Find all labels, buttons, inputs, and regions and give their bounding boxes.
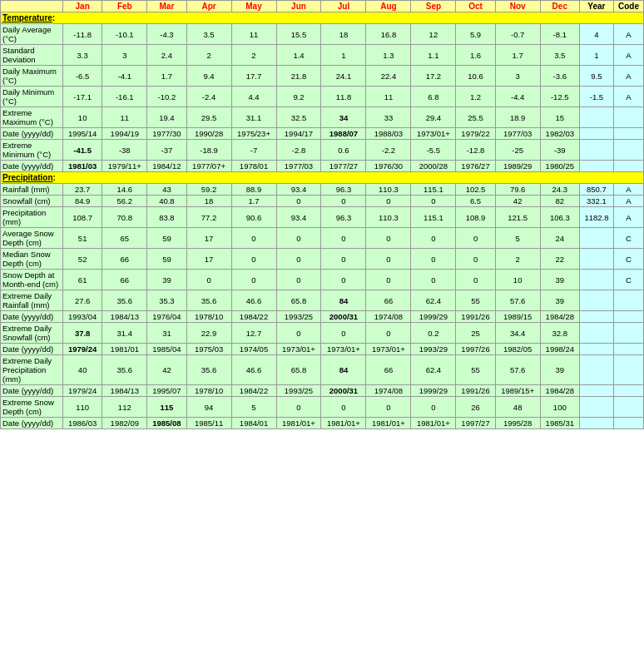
data-cell: 24 (540, 228, 579, 249)
data-cell (613, 355, 643, 385)
row-label: Daily Maximum (°C) (1, 66, 63, 87)
data-cell: 0 (231, 249, 276, 270)
data-cell (579, 311, 613, 323)
data-cell: 12.7 (231, 323, 276, 344)
data-cell: 6.8 (411, 87, 456, 107)
data-cell: 1977/03 (276, 161, 321, 172)
data-cell: 108.9 (456, 207, 495, 228)
data-cell: 2 (186, 45, 231, 66)
data-cell: 106.3 (540, 207, 579, 228)
data-cell: 46.6 (231, 355, 276, 385)
data-cell: 1982/05 (495, 344, 540, 355)
data-cell: 12 (411, 24, 456, 45)
data-cell: 65 (102, 228, 147, 249)
data-cell: 27.6 (63, 290, 102, 311)
data-cell: 48 (495, 397, 540, 418)
data-cell: 62.4 (411, 355, 456, 385)
data-cell: 0 (411, 196, 456, 207)
row-label: Daily Average (°C) (1, 24, 63, 45)
data-cell: 100 (540, 397, 579, 418)
table-row: Daily Maximum (°C)-6.5-4.11.79.417.721.8… (1, 66, 644, 87)
data-cell: 22.9 (186, 323, 231, 344)
table-row: Rainfall (mm)23.714.64359.288.993.496.31… (1, 184, 644, 196)
data-cell: 39 (540, 290, 579, 311)
data-cell: 1995/28 (495, 418, 540, 429)
row-label: Date (yyyy/dd) (1, 128, 63, 140)
data-cell: 84 (321, 290, 366, 311)
data-cell: 5.9 (456, 24, 495, 45)
data-cell: 1995/14 (63, 128, 102, 140)
table-row: Extreme Daily Precipitation (mm)4035.642… (1, 355, 644, 385)
col-header-aug: Aug (366, 1, 411, 12)
data-cell: 2000/31 (321, 311, 366, 323)
data-cell: -4.3 (147, 24, 186, 45)
data-cell: 0 (366, 228, 411, 249)
data-cell (579, 228, 613, 249)
data-cell: 1.3 (366, 45, 411, 66)
data-cell: 42 (495, 196, 540, 207)
data-cell: 18 (186, 196, 231, 207)
col-header-nov: Nov (495, 1, 540, 12)
data-cell: -3.6 (540, 66, 579, 87)
data-cell: 17 (186, 228, 231, 249)
data-cell (579, 418, 613, 429)
data-cell: -4.1 (102, 66, 147, 87)
col-header-apr: Apr (186, 1, 231, 12)
data-cell: 35.3 (147, 290, 186, 311)
data-cell: 21.8 (276, 66, 321, 87)
data-cell: 15.5 (276, 24, 321, 45)
data-cell: 1973/01+ (411, 128, 456, 140)
data-cell: -38 (102, 140, 147, 161)
data-cell: 31.1 (231, 107, 276, 128)
data-cell: 1989/15 (495, 311, 540, 323)
data-cell (613, 418, 643, 429)
data-cell: 2000/28 (411, 161, 456, 172)
data-cell: 3.5 (540, 45, 579, 66)
data-cell (579, 270, 613, 290)
table-row: Extreme Maximum (°C)101119.429.531.132.5… (1, 107, 644, 128)
data-cell: 93.4 (276, 207, 321, 228)
row-label-header (1, 1, 63, 12)
data-cell: 332.1 (579, 196, 613, 207)
row-label: Median Snow Depth (cm) (1, 249, 63, 270)
data-cell: 77.2 (186, 207, 231, 228)
data-cell: 1984/13 (102, 311, 147, 323)
data-cell: 850.7 (579, 184, 613, 196)
data-cell (579, 161, 613, 172)
data-cell (579, 140, 613, 161)
data-cell: 1978/10 (186, 311, 231, 323)
col-header-may: May (231, 1, 276, 12)
data-cell: 24.1 (321, 66, 366, 87)
data-cell: 110 (63, 397, 102, 418)
data-cell: 25.5 (456, 107, 495, 128)
data-cell: 42 (147, 355, 186, 385)
data-cell: 0 (456, 270, 495, 290)
data-cell: 0 (456, 249, 495, 270)
data-cell: 1976/30 (366, 161, 411, 172)
data-cell: 1977/27 (321, 161, 366, 172)
data-cell: 110.3 (366, 207, 411, 228)
row-label: Snow Depth at Month-end (cm) (1, 270, 63, 290)
data-cell: 1994/19 (102, 128, 147, 140)
data-cell: 1981/01+ (321, 418, 366, 429)
data-cell: 29.4 (411, 107, 456, 128)
data-cell (579, 323, 613, 344)
data-cell: A (613, 207, 643, 228)
data-cell: 1991/26 (456, 311, 495, 323)
data-cell: 62.4 (411, 290, 456, 311)
data-cell: -2.2 (366, 140, 411, 161)
data-cell: 0 (276, 270, 321, 290)
data-cell (579, 128, 613, 140)
data-cell (613, 385, 643, 397)
data-cell: 2 (495, 249, 540, 270)
data-cell: 1975/23+ (231, 128, 276, 140)
data-cell: 40 (63, 355, 102, 385)
data-cell: 1982/03 (540, 128, 579, 140)
data-cell: 0.6 (321, 140, 366, 161)
data-cell: 37.8 (63, 323, 102, 344)
table-row: Precipitation (mm)108.770.883.877.290.69… (1, 207, 644, 228)
data-cell: 2 (231, 45, 276, 66)
data-cell: A (613, 196, 643, 207)
data-cell: 24.3 (540, 184, 579, 196)
data-cell: 2000/31 (321, 385, 366, 397)
